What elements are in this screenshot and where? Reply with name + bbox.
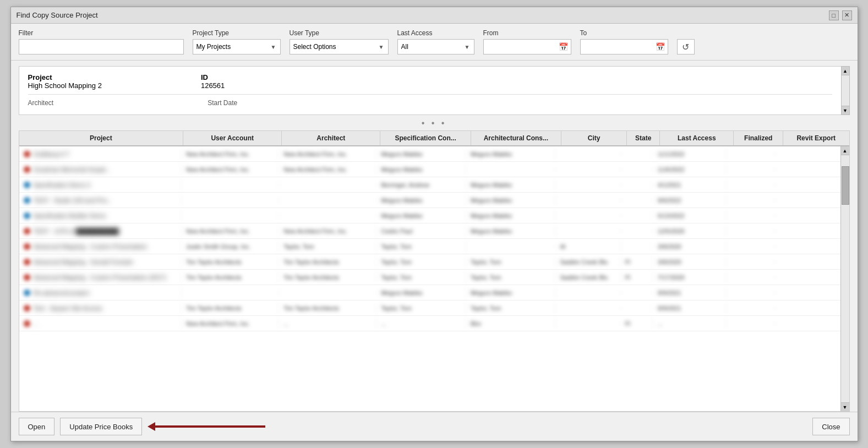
td-project: Advanced Mapping - Custom Presentation (… <box>19 272 182 283</box>
table-row[interactable]: Specification Builder DemoMeguro MakikoM… <box>19 208 840 223</box>
td-spec_con: Cedric Paul <box>376 226 466 237</box>
table-row[interactable]: Goodman Memorial Hospit...New Architect … <box>19 162 840 177</box>
td-arch_cons: Blvr. <box>466 318 556 329</box>
td-arch_cons: Meguro Makiko <box>466 226 556 237</box>
status-dot <box>24 151 30 157</box>
status-dot <box>24 305 30 312</box>
td-last_access: 3/8/2020 <box>653 241 727 252</box>
td-revit_export <box>775 244 840 249</box>
td-last_access: ... <box>653 318 727 329</box>
architect-footer-col: Architect <box>28 99 54 107</box>
td-spec_con: Taylor, Tom <box>376 303 466 314</box>
col-user-account: User Account <box>183 131 282 145</box>
to-group: To 📅 <box>580 29 668 54</box>
table-row[interactable]: Specification Demo 2Berringer, AndrewMeg… <box>19 177 840 193</box>
preview-box: Project High School Mapping 2 ID 126561 … <box>19 66 841 115</box>
user-type-select[interactable]: Select Options All <box>290 39 389 54</box>
preview-scroll-up[interactable]: ▲ <box>842 67 849 75</box>
user-type-label: User Type <box>290 29 389 37</box>
status-dot <box>24 197 30 204</box>
table-row[interactable]: TEST - Studio 100 and Priv...Meguro Maki… <box>19 193 840 208</box>
td-city <box>555 321 620 326</box>
table-row[interactable]: Advanced Mapping - Custom Presentation (… <box>19 270 840 285</box>
td-spec_con: ... <box>376 318 466 329</box>
td-city <box>555 183 620 187</box>
status-dot <box>24 274 30 281</box>
filter-label: Filter <box>19 29 184 37</box>
from-date-input[interactable] <box>483 39 571 54</box>
close-window-button[interactable]: ✕ <box>842 10 852 20</box>
to-calendar-icon[interactable]: 📅 <box>656 42 665 51</box>
td-state <box>621 214 653 218</box>
table-row[interactable]: Advanced Mapping - Somali ForesterTim Ta… <box>19 254 840 270</box>
table-row[interactable]: Goldberg H TNew Architect Firm, Inc.New … <box>19 146 840 162</box>
status-dot <box>24 259 30 265</box>
table-container: Project User Account Architect Specifica… <box>19 130 850 412</box>
table-row[interactable]: TEST - 1476 of ██████████New Architect F… <box>19 223 840 239</box>
td-finalized <box>727 321 776 326</box>
update-price-books-button[interactable]: Update Price Books <box>60 418 142 435</box>
td-revit_export <box>775 306 840 310</box>
status-dot <box>24 212 30 219</box>
user-type-group: User Type Select Options All <box>290 29 389 54</box>
td-revit_export <box>775 321 840 326</box>
close-button[interactable]: Close <box>812 418 849 435</box>
td-state <box>621 167 653 172</box>
td-user_account: New Architect Firm, Inc. <box>182 149 279 160</box>
td-revit_export <box>775 260 840 264</box>
project-col-label: Project <box>28 73 102 81</box>
td-state <box>621 183 653 187</box>
td-last_access: 7/17/2020 <box>653 272 727 283</box>
td-architect: Tim Taylor Architects <box>279 272 376 283</box>
to-date-input[interactable] <box>580 39 668 54</box>
col-project: Project <box>19 131 184 145</box>
last-access-select[interactable]: All Today This Week This Month <box>397 39 474 54</box>
preview-scroll-down[interactable]: ▼ <box>842 106 849 114</box>
refresh-button[interactable]: ↺ <box>677 39 695 54</box>
td-arch_cons: Meguro Makiko <box>466 195 556 206</box>
minimize-button[interactable]: □ <box>829 10 839 20</box>
table-scroll-thumb[interactable] <box>842 166 849 205</box>
td-project: Re-advanced project <box>19 287 182 298</box>
dialog-title: Find Copy Source Project <box>17 11 98 19</box>
td-last_access: 12/5/2020 <box>653 226 727 237</box>
table-row[interactable]: Advanced Mapping - Custom PresentationJu… <box>19 239 840 254</box>
table-scroll-up[interactable]: ▲ <box>841 146 849 155</box>
id-col-value: 126561 <box>201 81 225 90</box>
table-body[interactable]: Goldberg H TNew Architect Firm, Inc.New … <box>19 146 840 411</box>
td-last_access: 9/6/2022 <box>653 195 727 206</box>
td-spec_con: Meguro Makiko <box>376 149 466 160</box>
table-scroll-down[interactable]: ▼ <box>841 402 849 411</box>
preview-header-row: Project High School Mapping 2 ID 126561 <box>28 73 832 90</box>
project-type-select[interactable]: My Projects All Projects <box>193 39 281 54</box>
td-arch_cons <box>466 244 556 249</box>
table-row[interactable]: ...New Architect Firm, Inc.......Blvr.FI… <box>19 316 840 331</box>
td-architect: New Architect Firm, Inc. <box>279 149 376 160</box>
td-arch_cons: Meguro Makiko <box>466 149 556 160</box>
td-city <box>555 167 620 172</box>
td-user_account <box>182 198 279 203</box>
open-button[interactable]: Open <box>19 418 55 435</box>
table-row[interactable]: Re-advanced projectMeguro MakikoMeguro M… <box>19 285 840 301</box>
td-arch_cons <box>466 167 556 172</box>
td-arch_cons: Taylor, Tom <box>466 256 556 267</box>
td-architect: Tim Taylor Architects <box>279 256 376 267</box>
td-architect <box>279 214 376 218</box>
td-project: TEST - 1476 of ██████████ <box>19 226 182 237</box>
td-revit_export <box>775 214 840 218</box>
filter-input[interactable] <box>19 39 184 54</box>
td-finalized <box>727 167 776 172</box>
from-calendar-icon[interactable]: 📅 <box>559 42 568 51</box>
td-spec_con: Berringer, Andrew <box>376 179 466 190</box>
preview-footer-row: Architect Start Date <box>28 99 832 107</box>
status-dot <box>24 182 30 188</box>
td-city: Saddre Creek Blv. <box>555 256 620 267</box>
table-row[interactable]: Test - Square Site AccessTim Taylor Arch… <box>19 301 840 316</box>
td-architect: Taylor, Tom <box>279 241 376 252</box>
td-city <box>555 214 620 218</box>
col-finalized: Finalized <box>734 131 783 145</box>
col-last-access: Last Access <box>660 131 734 145</box>
td-state: FI <box>621 256 653 267</box>
td-project: Goldberg H T <box>19 149 182 160</box>
td-revit_export <box>775 183 840 187</box>
